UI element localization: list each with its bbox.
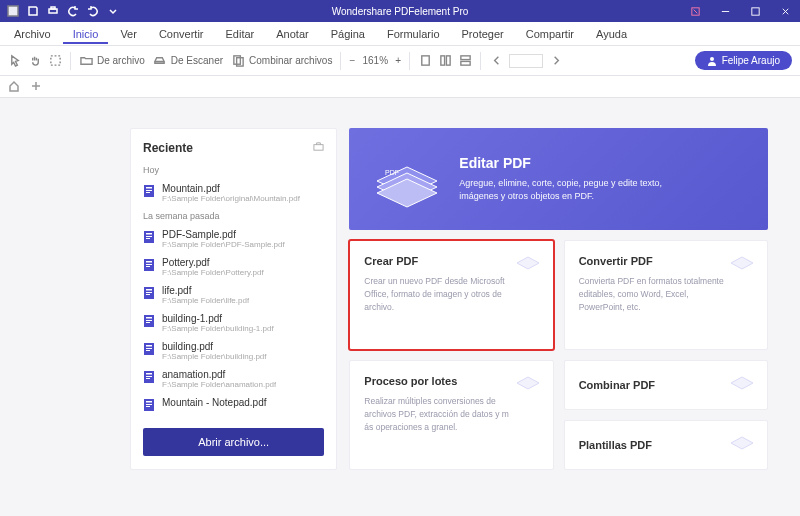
- svg-text:PDF: PDF: [385, 169, 399, 176]
- page-input[interactable]: [509, 54, 543, 68]
- zoom-out-button[interactable]: −: [349, 55, 355, 66]
- tab-strip: [0, 76, 800, 98]
- svg-marker-51: [517, 257, 539, 269]
- card-batch-process[interactable]: Proceso por lotes Realizar múltiples con…: [349, 360, 553, 470]
- hand-icon[interactable]: [28, 54, 42, 68]
- undo-icon[interactable]: [66, 4, 80, 18]
- home-tab-icon[interactable]: [8, 80, 20, 94]
- card-combine-pdf[interactable]: Combinar PDF: [564, 360, 768, 410]
- recent-file-item[interactable]: building-1.pdfF:\Sample Folder\building-…: [131, 309, 336, 337]
- print-icon[interactable]: [46, 4, 60, 18]
- pdf-file-icon: [143, 314, 155, 328]
- menu-item-ver[interactable]: Ver: [110, 24, 147, 44]
- menu-item-convertir[interactable]: Convertir: [149, 24, 214, 44]
- svg-marker-53: [517, 377, 539, 389]
- user-pill[interactable]: Felipe Araujo: [695, 51, 792, 70]
- menu-item-ayuda[interactable]: Ayuda: [586, 24, 637, 44]
- menu-item-formulario[interactable]: Formulario: [377, 24, 450, 44]
- combine-icon: [231, 54, 245, 68]
- maximize-button[interactable]: [742, 0, 768, 22]
- card-batch-desc: Realizar múltiples conversiones de archi…: [364, 395, 514, 433]
- recent-file-item[interactable]: anamation.pdfF:\Sample Folder\anamation.…: [131, 365, 336, 393]
- toolbar: De archivo De Escaner Combinar archivos …: [0, 46, 800, 76]
- minimize-button[interactable]: [712, 0, 738, 22]
- card-create-title: Crear PDF: [364, 255, 538, 267]
- combine-files-button[interactable]: Combinar archivos: [231, 54, 332, 68]
- from-file-button[interactable]: De archivo: [79, 54, 145, 68]
- card-templates-pdf[interactable]: Plantillas PDF: [564, 420, 768, 470]
- hero-stack-icon: PDF: [367, 147, 447, 211]
- svg-rect-44: [146, 401, 152, 403]
- nav-prev-icon[interactable]: [489, 54, 503, 68]
- svg-rect-11: [460, 56, 469, 60]
- pdf-file-icon: [143, 286, 155, 300]
- save-icon[interactable]: [26, 4, 40, 18]
- from-scanner-button[interactable]: De Escaner: [153, 54, 223, 68]
- recent-file-item[interactable]: PDF-Sample.pdfF:\Sample Folder\PDF-Sampl…: [131, 225, 336, 253]
- card-templates-title: Plantillas PDF: [579, 439, 652, 451]
- file-path: F:\Sample Folder\Pottery.pdf: [162, 268, 264, 277]
- svg-rect-8: [421, 56, 428, 65]
- combine-label: Combinar archivos: [249, 55, 332, 66]
- user-icon: [707, 56, 717, 66]
- select-icon[interactable]: [48, 54, 62, 68]
- file-path: F:\Sample Folder\building-1.pdf: [162, 324, 274, 333]
- zoom-value[interactable]: 161%: [361, 55, 389, 66]
- svg-rect-29: [146, 292, 152, 293]
- page-view-2-icon[interactable]: [438, 54, 452, 68]
- svg-rect-20: [146, 233, 152, 235]
- menu-item-editar[interactable]: Editar: [216, 24, 265, 44]
- svg-rect-42: [146, 378, 150, 379]
- svg-rect-28: [146, 289, 152, 291]
- menu-item-compartir[interactable]: Compartir: [516, 24, 584, 44]
- svg-rect-37: [146, 348, 152, 349]
- card-convert-pdf[interactable]: Convertir PDF Convierta PDF en formatos …: [564, 240, 768, 350]
- page-view-3-icon[interactable]: [458, 54, 472, 68]
- file-name: building-1.pdf: [162, 313, 274, 324]
- from-scanner-label: De Escaner: [171, 55, 223, 66]
- close-button[interactable]: [772, 0, 798, 22]
- recent-file-item[interactable]: building.pdfF:\Sample Folder\building.pd…: [131, 337, 336, 365]
- card-convert-title: Convertir PDF: [579, 255, 753, 267]
- recent-file-item[interactable]: life.pdfF:\Sample Folder\life.pdf: [131, 281, 336, 309]
- svg-rect-24: [146, 261, 152, 263]
- pdf-file-icon: [143, 370, 155, 384]
- user-name: Felipe Araujo: [722, 55, 780, 66]
- open-file-button[interactable]: Abrir archivo...: [143, 428, 324, 456]
- menu-item-anotar[interactable]: Anotar: [266, 24, 318, 44]
- card-create-pdf[interactable]: Crear PDF Crear un nuevo PDF desde Micro…: [349, 240, 553, 350]
- scanner-icon: [153, 54, 167, 68]
- pdf-file-icon: [143, 342, 155, 356]
- recent-file-item[interactable]: Mountain.pdfF:\Sample Folder\original\Mo…: [131, 179, 336, 207]
- svg-point-13: [710, 57, 714, 61]
- menu-item-página[interactable]: Página: [321, 24, 375, 44]
- nav-next-icon[interactable]: [549, 54, 563, 68]
- recent-file-item[interactable]: Mountain - Notepad.pdf: [131, 393, 336, 416]
- briefcase-icon[interactable]: [313, 141, 324, 155]
- svg-rect-4: [751, 7, 758, 14]
- svg-rect-25: [146, 264, 152, 265]
- svg-rect-32: [146, 317, 152, 319]
- menu-item-inicio[interactable]: Inicio: [63, 24, 109, 44]
- page-view-1-icon[interactable]: [418, 54, 432, 68]
- recent-file-item[interactable]: Pottery.pdfF:\Sample Folder\Pottery.pdf: [131, 253, 336, 281]
- file-name: life.pdf: [162, 285, 249, 296]
- hero-edit-pdf[interactable]: PDF Editar PDF Agregue, elimine, corte, …: [349, 128, 768, 230]
- redo-icon[interactable]: [86, 4, 100, 18]
- notify-icon[interactable]: [682, 0, 708, 22]
- chevron-down-icon[interactable]: [106, 4, 120, 18]
- card-create-desc: Crear un nuevo PDF desde Microsoft Offic…: [364, 275, 514, 313]
- menu-item-archivo[interactable]: Archivo: [4, 24, 61, 44]
- pointer-icon[interactable]: [8, 54, 22, 68]
- svg-rect-33: [146, 320, 152, 321]
- svg-rect-26: [146, 266, 150, 267]
- svg-rect-46: [146, 406, 150, 407]
- batch-card-icon: [515, 371, 541, 391]
- hero-desc: Agregue, elimine, corte, copie, pegue y …: [459, 177, 689, 202]
- menu-item-proteger[interactable]: Proteger: [452, 24, 514, 44]
- convert-card-icon: [729, 251, 755, 271]
- card-convert-desc: Convierta PDF en formatos totalmente edi…: [579, 275, 729, 313]
- new-tab-button[interactable]: [30, 80, 42, 94]
- zoom-in-button[interactable]: +: [395, 55, 401, 66]
- title-bar: Wondershare PDFelement Pro: [0, 0, 800, 22]
